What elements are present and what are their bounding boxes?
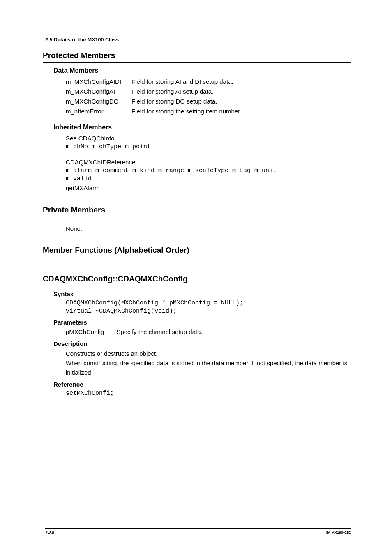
table-row: m_MXChConfigAIDI Field for storing AI an…	[66, 77, 250, 87]
member-desc: Field for storing AI and DI setup data.	[131, 77, 250, 87]
description-heading: Description	[53, 340, 351, 347]
member-desc: Field for storing DO setup data.	[131, 97, 250, 106]
parameters-table: pMXChConfig Specify the channel setup da…	[66, 327, 215, 337]
footer-right: IM MX190-01E	[326, 530, 351, 535]
parameters-heading: Parameters	[53, 319, 351, 326]
private-members-body: None.	[66, 224, 351, 233]
reference-code: setMXChConfig	[66, 389, 351, 398]
data-members-heading: Data Members	[53, 67, 351, 74]
table-row: m_nItemError Field for storing the setti…	[66, 106, 250, 116]
page-footer: 2-88 IM MX190-01E	[45, 528, 351, 535]
table-row: pMXChConfig Specify the channel setup da…	[66, 327, 215, 337]
inherited-members-heading: Inherited Members	[53, 124, 351, 131]
syntax-code: CDAQMXChConfig(MXChConfig * pMXChConfig …	[66, 299, 351, 316]
private-members-heading: Private Members	[43, 205, 351, 218]
inherited-code-1: m_chNo m_chType m_point	[66, 143, 351, 151]
page-header-text: 2.5 Details of the MX100 Class	[45, 37, 351, 45]
member-name: m_MXChConfigAI	[66, 87, 131, 97]
param-desc: Specify the channel setup data.	[116, 327, 214, 337]
reference-heading: Reference	[53, 381, 351, 388]
member-name: m_nItemError	[66, 106, 131, 116]
member-name: m_MXChConfigAIDI	[66, 77, 131, 87]
data-members-table: m_MXChConfigAIDI Field for storing AI an…	[66, 77, 250, 116]
footer-left: 2-88	[45, 530, 54, 535]
param-name: pMXChConfig	[66, 327, 116, 337]
member-desc: Field for storing AI setup data.	[131, 87, 250, 97]
inherited-code-2: m_alarm m_comment m_kind m_range m_scale…	[66, 167, 351, 184]
syntax-heading: Syntax	[53, 290, 351, 297]
description-line1: Constructs or destructs an object.	[66, 349, 351, 358]
table-row: m_MXChConfigAI Field for storing AI setu…	[66, 87, 250, 97]
inherited-text-3: getMXAlarm	[66, 183, 351, 193]
inherited-text-1: See CDAQChInfo.	[66, 134, 351, 143]
member-desc: Field for storing the setting item numbe…	[131, 106, 250, 116]
member-functions-heading: Member Functions (Alphabetical Order)	[43, 246, 351, 258]
inherited-text-2: CDAQMXChIDReference	[66, 157, 351, 167]
classref-heading: CDAQMXChConfig::CDAQMXChConfig	[43, 271, 351, 287]
table-row: m_MXChConfigDO Field for storing DO setu…	[66, 97, 250, 106]
member-name: m_MXChConfigDO	[66, 97, 131, 106]
protected-members-heading: Protected Members	[43, 51, 351, 63]
description-line2: When constructing, the specified data is…	[66, 358, 351, 378]
